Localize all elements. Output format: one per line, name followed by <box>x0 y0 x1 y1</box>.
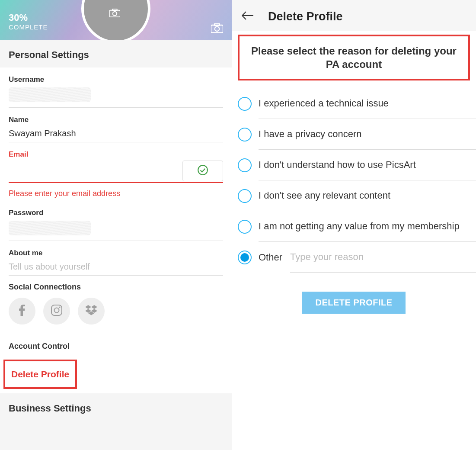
name-input[interactable]: Swayam Prakash <box>9 128 223 142</box>
radio-icon <box>238 251 252 264</box>
reason-option-other[interactable]: Other Type your reason <box>238 242 476 273</box>
personal-settings-heading: Personal Settings <box>0 40 232 68</box>
cover-camera-button[interactable] <box>211 23 223 35</box>
delete-reason-instruction: Please select the reason for deleting yo… <box>238 35 470 80</box>
radio-icon <box>238 128 252 141</box>
svg-rect-2 <box>112 9 117 11</box>
back-button[interactable] <box>240 10 260 23</box>
other-reason-input[interactable]: Type your reason <box>290 250 476 273</box>
username-label: Username <box>9 75 223 87</box>
reason-label: I have a privacy concern <box>259 129 361 139</box>
radio-icon <box>238 97 252 111</box>
reason-option[interactable]: I don't understand how to use PicsArt <box>238 150 476 180</box>
profile-progress: 30% COMPLETE <box>9 12 48 31</box>
radio-icon <box>238 220 252 234</box>
instagram-icon <box>51 305 62 318</box>
profile-header: 30% COMPLETE <box>0 0 232 40</box>
radio-icon <box>238 158 252 172</box>
svg-rect-7 <box>51 305 62 315</box>
about-label: About me <box>9 249 223 261</box>
arrow-left-icon <box>241 14 254 21</box>
reason-label: I am not getting any value from my membe… <box>259 221 460 231</box>
reason-option[interactable]: I am not getting any value from my membe… <box>238 211 476 242</box>
svg-point-6 <box>198 165 208 175</box>
reason-label: I don't understand how to use PicsArt <box>259 159 416 170</box>
username-input[interactable] <box>9 87 91 102</box>
svg-point-1 <box>113 12 117 16</box>
svg-point-8 <box>54 308 59 313</box>
delete-profile-panel: Delete Profile Please select the reason … <box>232 0 476 450</box>
progress-percent: 30% <box>9 12 48 23</box>
reason-option[interactable]: I don't see any relevant content <box>238 180 476 211</box>
email-error-message: Please enter your email address <box>9 183 223 201</box>
delete-reason-list: I experienced a technical issue I have a… <box>232 80 476 273</box>
account-control-heading: Account Control <box>9 342 223 357</box>
svg-point-9 <box>59 306 60 308</box>
settings-panel: 30% COMPLETE Personal Settings Username … <box>0 0 232 450</box>
camera-icon <box>109 9 120 19</box>
delete-profile-link[interactable]: Delete Profile <box>3 360 77 389</box>
instagram-button[interactable] <box>43 298 70 325</box>
dropbox-icon <box>85 305 97 317</box>
delete-profile-button[interactable]: DELETE PROFILE <box>302 292 405 314</box>
avatar-placeholder[interactable] <box>81 0 150 40</box>
progress-label: COMPLETE <box>9 23 48 31</box>
other-label: Other <box>259 252 282 263</box>
delete-profile-title: Delete Profile <box>260 10 343 23</box>
dropbox-button[interactable] <box>78 298 105 325</box>
password-label: Password <box>9 209 223 221</box>
password-input[interactable] <box>9 221 91 235</box>
svg-point-4 <box>215 27 220 32</box>
name-label: Name <box>9 116 223 128</box>
checkmark-icon <box>197 164 208 177</box>
radio-icon <box>238 189 252 203</box>
reason-label: I experienced a technical issue <box>259 98 389 109</box>
email-verify-button[interactable] <box>182 161 223 181</box>
social-connections-heading: Social Connections <box>9 283 223 298</box>
facebook-button[interactable] <box>9 298 35 325</box>
about-input[interactable]: Tell us about yourself <box>9 261 223 276</box>
reason-option[interactable]: I have a privacy concern <box>238 119 476 150</box>
business-settings-heading: Business Settings <box>0 393 232 418</box>
reason-label: I don't see any relevant content <box>259 190 390 201</box>
facebook-icon <box>19 305 25 318</box>
reason-option[interactable]: I experienced a technical issue <box>238 88 476 119</box>
